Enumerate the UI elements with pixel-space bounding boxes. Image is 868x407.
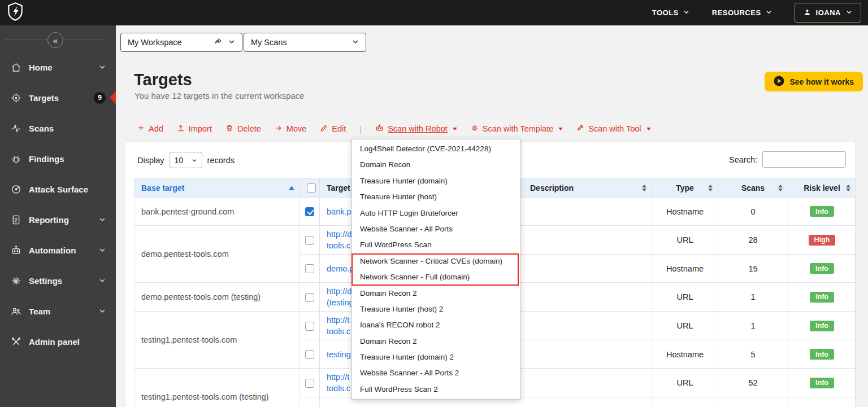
menu-item-domain-recon-2[interactable]: Domain Recon 2	[352, 286, 520, 301]
description-cell	[523, 198, 652, 226]
move-button[interactable]: Move	[275, 124, 306, 134]
type-cell: URL	[652, 369, 718, 397]
type-cell: Hostname	[652, 340, 718, 369]
col-header-description[interactable]: Description	[523, 178, 652, 198]
records-per-page-select[interactable]: 10	[170, 152, 202, 168]
row-checkbox[interactable]	[305, 379, 314, 388]
app-window: TOOLS RESOURCES IOANA « Home	[0, 0, 868, 407]
chevron-down-icon	[99, 277, 106, 284]
workspace-bar: My Workspace My Scans	[120, 33, 366, 52]
page-title: Targets	[134, 71, 192, 89]
row-checkbox[interactable]	[305, 236, 314, 245]
scans-header-label: Scans	[741, 183, 765, 192]
menu-item-full-wordpress-scan[interactable]: Full WordPress Scan	[352, 237, 520, 253]
sort-icon	[708, 185, 713, 191]
menu-item-domain-recon-2b[interactable]: Domain Recon 2	[352, 334, 520, 349]
document-icon	[10, 215, 21, 225]
target-header-label: Target	[327, 183, 350, 192]
select-all-checkbox[interactable]	[307, 183, 316, 192]
menu-item-treasure-hunter-host-2[interactable]: Treasure Hunter (host) 2	[352, 301, 520, 317]
pulse-icon	[10, 123, 21, 134]
scans-select-value: My Scans	[251, 38, 352, 47]
logo[interactable]	[0, 2, 116, 23]
scans-count-cell: 15	[718, 255, 788, 283]
risk-level-badge: High	[809, 235, 836, 246]
workspace-select[interactable]: My Workspace	[120, 33, 242, 52]
add-label: Add	[149, 124, 163, 133]
menu-item-network-scanner-full[interactable]: Network Scanner - Full (domain)	[352, 269, 520, 285]
base-target-header-label: Base target	[141, 183, 184, 192]
display-records-control: Display 10 records	[137, 152, 235, 168]
user-menu[interactable]: IOANA	[795, 3, 861, 23]
tools-menu[interactable]: TOOLS	[652, 8, 689, 17]
chevron-down-icon	[99, 247, 106, 253]
menu-item-website-scanner-all-ports-2[interactable]: Website Scanner - All Ports 2	[352, 365, 520, 381]
see-how-it-works-button[interactable]: See how it works	[765, 72, 863, 91]
base-target-cell: demo.pentest-tools.com	[134, 226, 300, 283]
wrench-icon	[576, 124, 584, 134]
scan-tool-label: Scan with Tool	[588, 124, 641, 133]
col-header-base-target[interactable]: Base target	[134, 178, 300, 198]
sidebar-item-scans[interactable]: Scans	[0, 113, 116, 143]
row-checkbox[interactable]	[305, 350, 314, 359]
menu-item-log4shell[interactable]: Log4Shell Detector (CVE-2021-44228)	[352, 141, 520, 157]
add-button[interactable]: Add	[137, 124, 163, 133]
scan-with-template-button[interactable]: Scan with Template	[471, 124, 563, 134]
type-cell: URL	[652, 312, 718, 340]
chevron-down-icon	[766, 8, 772, 17]
resources-menu[interactable]: RESOURCES	[712, 8, 772, 17]
risk-level-badge: Info	[810, 378, 834, 388]
type-header-label: Type	[676, 183, 694, 192]
description-header-label: Description	[530, 183, 574, 192]
sidebar-item-home[interactable]: Home	[0, 52, 116, 82]
sidebar-item-admin-panel[interactable]: Admin panel	[0, 326, 116, 357]
sidebar-item-label: Reporting	[29, 215, 92, 225]
sidebar-item-attack-surface[interactable]: Attack Surface	[0, 174, 116, 204]
col-header-risk-level[interactable]: Risk level	[788, 178, 856, 198]
sidebar-item-automation[interactable]: Automation	[0, 235, 116, 265]
scans-count-cell: 5	[718, 340, 788, 369]
menu-item-domain-recon[interactable]: Domain Recon	[352, 157, 520, 173]
delete-button[interactable]: Delete	[225, 124, 261, 134]
sidebar-item-targets[interactable]: Targets 9	[0, 82, 116, 113]
home-icon	[10, 62, 21, 73]
menu-item-website-scanner-all-ports[interactable]: Website Scanner - All Ports	[352, 221, 520, 237]
sidebar-item-team[interactable]: Team	[0, 296, 116, 326]
chevron-down-icon	[683, 8, 689, 17]
menu-item-treasure-hunter-domain[interactable]: Treasure Hunter (domain)	[352, 173, 520, 189]
description-cell	[523, 226, 652, 255]
base-target-cell: demo.pentest-tools.com (testing)	[134, 283, 300, 312]
bug-icon	[10, 154, 21, 164]
caret-down-icon	[453, 128, 457, 130]
description-cell	[523, 397, 652, 407]
sidebar-item-reporting[interactable]: Reporting	[0, 204, 116, 235]
edit-button[interactable]: Edit	[320, 124, 346, 134]
page-subtitle: You have 12 targets in the current works…	[134, 91, 304, 100]
scan-with-robot-button[interactable]: Scan with Robot	[375, 124, 457, 134]
sidebar-collapse-button[interactable]: «	[47, 32, 63, 48]
col-header-scans[interactable]: Scans	[718, 178, 788, 198]
type-cell: Hostname	[652, 198, 718, 226]
sidebar-item-findings[interactable]: Findings	[0, 143, 116, 174]
search-input[interactable]	[762, 151, 846, 168]
display-label: Display	[137, 156, 164, 165]
scan-with-tool-button[interactable]: Scan with Tool	[576, 124, 650, 134]
scans-select[interactable]: My Scans	[244, 33, 366, 52]
menu-item-auto-http-login-bruteforcer[interactable]: Auto HTTP Login Bruteforcer	[352, 205, 520, 221]
active-item-arrow-indicator	[110, 91, 116, 104]
import-button[interactable]: Import	[177, 124, 212, 134]
robot-icon	[10, 245, 21, 256]
menu-item-treasure-hunter-domain-2[interactable]: Treasure Hunter (domain) 2	[352, 349, 520, 365]
row-checkbox[interactable]	[305, 293, 314, 302]
row-checkbox[interactable]	[305, 322, 314, 331]
row-checkbox[interactable]	[305, 264, 314, 273]
chevron-down-icon	[99, 216, 106, 223]
menu-item-network-scanner-critical-cves[interactable]: Network Scanner - Critical CVEs (domain)	[352, 253, 520, 269]
sort-icon	[846, 185, 850, 191]
menu-item-ioanas-recon-robot-2[interactable]: Ioana's RECON robot 2	[352, 317, 520, 333]
sidebar-item-settings[interactable]: Settings	[0, 265, 116, 296]
menu-item-treasure-hunter-host[interactable]: Treasure Hunter (host)	[352, 189, 520, 205]
row-checkbox[interactable]	[305, 207, 314, 216]
menu-item-full-wordpress-scan-2[interactable]: Full WordPress Scan 2	[352, 382, 520, 397]
col-header-type[interactable]: Type	[652, 178, 718, 198]
